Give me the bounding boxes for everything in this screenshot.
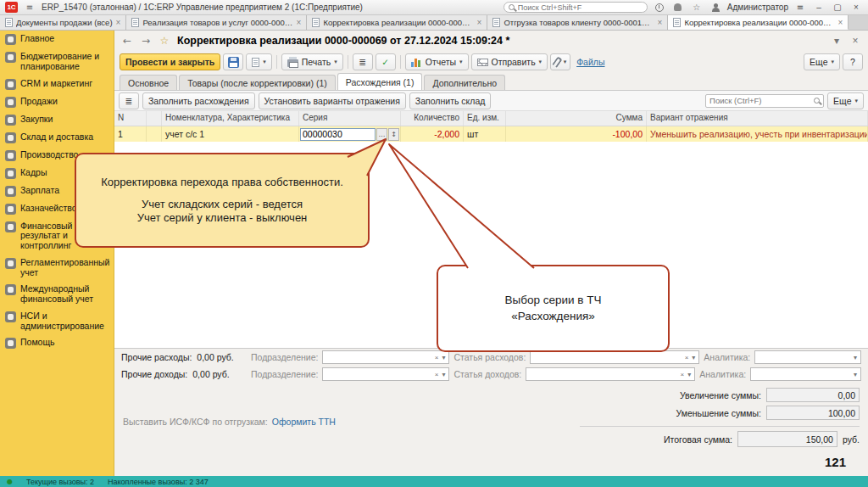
form-bottom-area: Выставить ИСФ/КСФ по отгрузкам: Оформить…	[114, 383, 868, 476]
minimize-button[interactable]: –	[812, 2, 826, 14]
grid-row-1[interactable]: 1 учет с/с 1 … ↕ -2,000 шт -100,00 Умень…	[114, 126, 868, 142]
sidebar-item-purchases[interactable]: Закупки	[0, 111, 114, 129]
income-item-label: Статья доходов:	[453, 369, 521, 379]
cell-sum[interactable]: -100,00	[506, 126, 647, 142]
clear-icon[interactable]: ×	[679, 371, 687, 378]
callout-line: Учет серий у клиента - выключен	[88, 211, 356, 225]
fill-warehouse-button[interactable]: Заполнить склад	[409, 92, 492, 109]
department-field-2[interactable]: ×▾	[322, 367, 449, 381]
notifications-icon[interactable]	[671, 2, 685, 14]
more-button[interactable]: Еще▾	[804, 53, 840, 70]
clear-icon[interactable]: ×	[683, 354, 691, 361]
tab-close-icon[interactable]: ×	[838, 18, 843, 27]
tab-main[interactable]: Основное	[120, 75, 177, 90]
save-button[interactable]	[223, 53, 243, 70]
cell-nomenclature[interactable]: учет с/с 1	[162, 126, 299, 142]
set-reflection-variants-button[interactable]: Установить варианты отражения	[259, 92, 406, 109]
sidebar-item-ifrs[interactable]: Международный финансовый учет	[0, 281, 114, 308]
analytics-field-2[interactable]: ▾	[750, 367, 861, 381]
create-based-on-button[interactable]: ▾	[246, 53, 272, 70]
tab-correction-69-active[interactable]: Корректировка реализации 0000-000069 от …	[668, 15, 849, 30]
grid-search[interactable]	[705, 94, 824, 108]
close-form-button[interactable]: ×	[848, 34, 863, 48]
col-sum[interactable]: Сумма	[506, 111, 647, 126]
series-choose-icon[interactable]: …	[376, 128, 387, 141]
tab-close-icon[interactable]: ×	[116, 18, 121, 27]
col-variant[interactable]: Вариант отражения	[647, 111, 868, 126]
grid-command-button[interactable]: ≣	[119, 92, 139, 109]
tab-shipment-138[interactable]: Отгрузка товаров клиенту 0000-000138 от …	[487, 15, 668, 30]
analytics-field[interactable]: ▾	[754, 350, 861, 364]
tab-documents-list[interactable]: Документы продажи (все) ×	[0, 15, 126, 30]
cell-reflection-variant[interactable]: Уменьшить реализацию, учесть при инвента…	[647, 126, 868, 142]
choose-icon[interactable]: ▾	[440, 371, 447, 378]
tab-close-icon[interactable]: ×	[658, 18, 663, 27]
grid-search-input[interactable]	[709, 96, 814, 105]
callout-line: Корректировка перехода права собственнос…	[88, 176, 356, 189]
tab-sales-document[interactable]: Реализация товаров и услуг 0000-000119 о…	[126, 15, 307, 30]
choose-icon[interactable]: ▾	[686, 371, 693, 378]
grid-more-button[interactable]: Еще▾	[827, 92, 864, 109]
forward-button[interactable]: →	[138, 34, 153, 48]
form-menu-icon[interactable]: ▾	[829, 34, 844, 48]
tab-close-icon[interactable]: ×	[297, 18, 302, 27]
choose-icon[interactable]: ▾	[852, 354, 859, 361]
sidebar-item-regulated[interactable]: Регламентированный учет	[0, 255, 114, 282]
col-unit[interactable]: Ед. изм.	[464, 111, 506, 126]
series-open-icon[interactable]: ↕	[388, 128, 399, 141]
reports-button[interactable]: Отчеты▾	[405, 53, 469, 70]
attachments-button[interactable]: ▾	[550, 53, 570, 70]
sidebar-item-main[interactable]: Главное	[0, 31, 114, 48]
main-menu-icon[interactable]: ≡	[23, 2, 36, 14]
choose-icon[interactable]: ▾	[690, 354, 697, 361]
files-link[interactable]: Файлы	[573, 57, 608, 67]
sidebar-item-sales[interactable]: Продажи	[0, 93, 114, 111]
save-icon	[228, 57, 239, 68]
income-item-field[interactable]: ×▾	[526, 367, 695, 381]
posting-check-button[interactable]: ✓	[376, 53, 396, 70]
print-button[interactable]: Печать▾	[281, 53, 343, 70]
send-button[interactable]: Отправить▾	[471, 53, 548, 70]
clear-icon[interactable]: ×	[433, 371, 441, 378]
tab-additional[interactable]: Дополнительно	[424, 75, 505, 90]
department-field[interactable]: ×▾	[322, 350, 449, 364]
clear-icon[interactable]: ×	[433, 354, 441, 361]
global-search-input[interactable]	[518, 3, 643, 12]
structure-button[interactable]: ≣	[353, 53, 373, 70]
series-input[interactable]	[300, 128, 376, 141]
tab-correction-34[interactable]: Корректировка реализации 0000-000034 от …	[307, 15, 487, 30]
col-series[interactable]: Серия	[299, 111, 401, 126]
col-n[interactable]: N	[114, 111, 147, 126]
close-window-button[interactable]: ×	[849, 2, 863, 14]
sidebar-item-crm[interactable]: CRM и маркетинг	[0, 76, 114, 93]
accumulated-calls: Накопленные вызовы: 2 347	[108, 478, 209, 486]
cell-quantity[interactable]: -2,000	[401, 126, 464, 142]
settings-menu-icon[interactable]: ≡	[793, 2, 807, 14]
cell-series[interactable]: … ↕	[299, 126, 401, 142]
ttn-link[interactable]: Оформить ТТН	[272, 417, 336, 427]
expense-item-field[interactable]: ×▾	[530, 350, 699, 364]
current-user[interactable]: Администратор	[727, 3, 788, 12]
help-button[interactable]: ?	[843, 53, 863, 70]
fill-discrepancies-button[interactable]: Заполнить расхождения	[142, 92, 255, 109]
tab-discrepancies[interactable]: Расхождения (1)	[337, 73, 423, 90]
favorites-icon[interactable]: ☆	[690, 2, 704, 14]
favorite-star-icon[interactable]: ☆	[157, 34, 172, 48]
col-quantity[interactable]: Количество	[401, 111, 464, 126]
sidebar-item-help[interactable]: Помощь	[0, 334, 114, 352]
sidebar-item-warehouse[interactable]: Склад и доставка	[0, 129, 114, 147]
global-search[interactable]	[504, 2, 648, 13]
maximize-button[interactable]: ▢	[831, 2, 844, 14]
post-and-close-button[interactable]: Провести и закрыть	[120, 53, 220, 70]
choose-icon[interactable]: ▾	[440, 354, 447, 361]
tab-goods-after-correction[interactable]: Товары (после корректировки) (1)	[179, 75, 336, 90]
history-icon[interactable]	[653, 2, 666, 14]
sidebar-item-nsi[interactable]: НСИ и администрирование	[0, 308, 114, 335]
cell-unit[interactable]: шт	[464, 126, 506, 142]
col-nomenclature[interactable]: Номенклатура, Характеристика	[162, 111, 299, 126]
section-icon	[5, 284, 16, 295]
tab-close-icon[interactable]: ×	[477, 18, 482, 27]
sidebar-item-budgeting[interactable]: Бюджетирование и планирование	[0, 48, 114, 76]
back-button[interactable]: ←	[120, 34, 135, 48]
choose-icon[interactable]: ▾	[852, 371, 859, 378]
